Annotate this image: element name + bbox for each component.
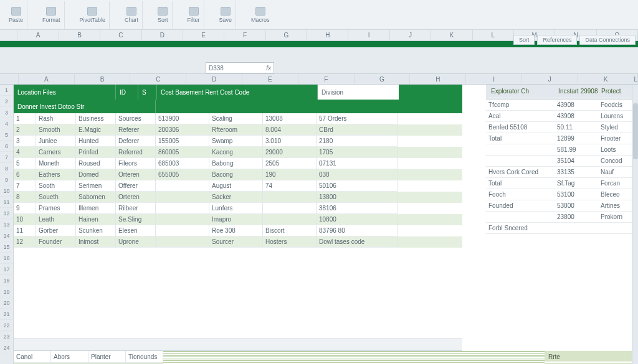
table-row[interactable]: Hvers Cork Cored33135Nauf xyxy=(486,167,638,178)
row-number[interactable]: 9 xyxy=(0,174,13,185)
cell[interactable]: Foodcis xyxy=(598,100,636,111)
cell[interactable]: 10 xyxy=(14,214,36,225)
table-row[interactable]: CanolAborsPlanterTionounds xyxy=(14,351,163,363)
row-number[interactable]: 19 xyxy=(0,286,13,297)
cell[interactable]: 43908 xyxy=(555,100,598,111)
table-row[interactable]: 9PramesIllemenRilbeerLunfers38106 xyxy=(14,203,462,214)
column-header[interactable]: B xyxy=(59,30,100,40)
cell[interactable]: Total xyxy=(486,133,555,144)
column-header[interactable]: E xyxy=(183,30,224,40)
cell[interactable]: Domed xyxy=(76,169,116,180)
cell[interactable]: Loots xyxy=(598,144,636,156)
cell[interactable]: 11 xyxy=(14,225,36,236)
cell[interactable] xyxy=(486,156,555,167)
row-number[interactable]: 11 xyxy=(0,197,13,208)
cell[interactable]: 38106 xyxy=(317,203,398,214)
scrollbar-thumb[interactable] xyxy=(633,103,638,159)
cell[interactable]: 43908 xyxy=(555,111,598,122)
table-row[interactable]: 7SoothSerimenOffererAugust7450106 xyxy=(14,180,462,192)
ribbon-group[interactable]: Format xyxy=(39,1,65,29)
cell[interactable]: Bleceo xyxy=(598,189,636,200)
table-row[interactable]: 23800Prokorn xyxy=(486,212,638,223)
column-header[interactable]: I xyxy=(466,74,522,84)
cell[interactable]: Total xyxy=(486,178,555,189)
cell[interactable]: 2 xyxy=(14,124,36,136)
table-row[interactable]: 12FounderInimostUproneSourcerHostersDowl… xyxy=(14,236,462,248)
column-header[interactable]: A xyxy=(19,74,75,84)
cell[interactable]: 12899 xyxy=(555,133,598,144)
cell[interactable]: Rash xyxy=(36,113,76,124)
cell[interactable]: 57 Orders xyxy=(317,113,398,124)
cell[interactable]: 29000 xyxy=(263,147,317,158)
row-number[interactable]: 21 xyxy=(0,309,13,320)
cell[interactable]: Benfed 55108 xyxy=(486,122,555,133)
cell[interactable]: 1705 xyxy=(317,147,398,158)
column-header[interactable]: I xyxy=(348,30,389,40)
table-col[interactable]: ID xyxy=(116,85,138,100)
cell[interactable]: 1 xyxy=(14,113,36,124)
column-header[interactable]: L xyxy=(634,74,638,84)
cell[interactable] xyxy=(156,203,209,214)
table-row[interactable]: 2SmoothE.MagicReferer200306Rfteroom8.004… xyxy=(14,124,462,136)
cell[interactable]: 2180 xyxy=(317,136,398,147)
cell[interactable]: Hvers Cork Cored xyxy=(486,167,555,178)
cell[interactable] xyxy=(156,225,209,236)
cell[interactable]: Bacong xyxy=(209,169,263,180)
column-header[interactable]: G xyxy=(355,74,411,84)
ribbon-group[interactable]: Paste xyxy=(5,1,27,29)
cell[interactable]: August xyxy=(209,180,263,192)
cell[interactable]: Tfcomp xyxy=(486,100,555,111)
table-row[interactable]: 3JunleeHuntedDeferer155005Swamp3.0102180 xyxy=(14,136,462,147)
ribbon-group[interactable]: Macros xyxy=(247,1,274,29)
cell[interactable]: 038 xyxy=(317,169,398,180)
vertical-scrollbar[interactable] xyxy=(632,85,638,364)
cell[interactable]: 74 xyxy=(263,180,317,192)
table-row[interactable]: 8SouethSabomenOrterenSacker13800 xyxy=(14,192,462,203)
column-header[interactable] xyxy=(0,30,17,40)
row-number[interactable]: 3 xyxy=(0,107,13,118)
cell[interactable]: Offerer xyxy=(116,180,156,192)
cell[interactable]: Se.Sling xyxy=(116,214,156,225)
cell[interactable]: Lunfers xyxy=(209,203,263,214)
list-item[interactable]: Rrte xyxy=(545,351,638,363)
cell[interactable]: Deferer xyxy=(116,136,156,147)
table-col[interactable]: S xyxy=(138,85,157,100)
cell[interactable]: Fooch xyxy=(486,189,555,200)
row-number[interactable]: 6 xyxy=(0,141,13,152)
cell[interactable]: 6 xyxy=(14,169,36,180)
column-header[interactable]: D xyxy=(186,74,242,84)
column-header[interactable]: H xyxy=(307,30,348,40)
cell[interactable]: Smooth xyxy=(36,124,76,136)
cell[interactable]: 12 xyxy=(14,236,36,248)
column-header[interactable]: C xyxy=(130,74,186,84)
worksheet-grid[interactable]: 123456789101112131415161718192021222324 … xyxy=(0,85,638,364)
cell[interactable]: Sources xyxy=(116,113,156,124)
cell[interactable]: Artines xyxy=(598,200,636,212)
cell[interactable]: Rilbeer xyxy=(116,203,156,214)
cell[interactable]: Roe 308 xyxy=(209,225,263,236)
cell[interactable]: 3.010 xyxy=(263,136,317,147)
row-number[interactable]: 15 xyxy=(0,241,13,253)
cell[interactable]: Sourcer xyxy=(209,236,263,248)
cell[interactable]: 8 xyxy=(14,192,36,203)
row-number[interactable]: 18 xyxy=(0,275,13,286)
cell[interactable]: 35104 xyxy=(555,156,598,167)
table-row[interactable]: Benfed 5510850.11Styled xyxy=(486,122,638,133)
cell[interactable]: Swamp xyxy=(209,136,263,147)
cell[interactable]: Hosters xyxy=(263,236,317,248)
table-col[interactable]: Cost Basement Rent Cost Code xyxy=(157,85,318,100)
cell[interactable]: Prokorn xyxy=(598,212,636,223)
row-number[interactable]: 1 xyxy=(0,85,13,96)
cell[interactable]: Forcan xyxy=(598,178,636,189)
cell[interactable]: Referred xyxy=(116,147,156,158)
cell[interactable]: Illemen xyxy=(76,203,116,214)
table-row[interactable]: Founded53800Artines xyxy=(486,200,638,212)
cell[interactable]: 10800 xyxy=(317,214,398,225)
table-row[interactable]: 1RashBusinessSources513900Scaling1300857… xyxy=(14,113,462,124)
cell[interactable]: 53100 xyxy=(555,189,598,200)
cell[interactable]: Imapro xyxy=(209,214,263,225)
cell[interactable]: 860005 xyxy=(156,147,209,158)
cell[interactable]: Uprone xyxy=(116,236,156,248)
cell[interactable] xyxy=(598,223,636,234)
cell[interactable] xyxy=(156,214,209,225)
